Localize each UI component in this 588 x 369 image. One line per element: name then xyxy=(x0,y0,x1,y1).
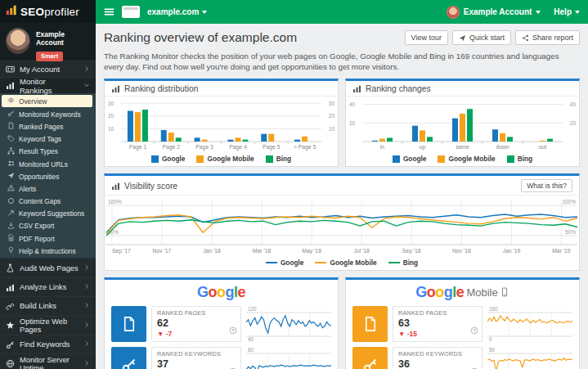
sitemap-icon xyxy=(7,147,15,155)
bar-chart-icon xyxy=(6,81,15,90)
question-circle-icon[interactable]: ? xyxy=(470,364,478,369)
submenu-item-monitored-urls[interactable]: Monitored URLs xyxy=(0,158,96,170)
google-mobile-logo: GoogleMobile xyxy=(346,280,579,301)
phone-icon xyxy=(500,287,509,297)
sidebar-item-my-account[interactable]: My Account xyxy=(0,61,96,77)
submenu-item-result-types[interactable]: Result Types xyxy=(0,146,96,158)
submenu-item-help-instructions[interactable]: Help & Instructions xyxy=(0,245,96,257)
help-menu[interactable]: Help xyxy=(554,7,580,16)
legend-item: Google xyxy=(151,155,186,163)
submenu-item-label: PDF Report xyxy=(19,235,55,243)
topbar-account-menu[interactable]: Example Account xyxy=(447,6,541,19)
legend-item: Bing xyxy=(266,155,291,163)
sidebar-item-analyze-links[interactable]: Analyze Links xyxy=(0,277,96,296)
svg-text:100%: 100% xyxy=(108,199,122,205)
stat-card-row: RANKED PAGES62▼ -7?12040 xyxy=(111,306,331,342)
stat-card-row: RANKED KEYWORDS37▲ 1?6020 xyxy=(111,347,331,369)
chevron-right-icon xyxy=(83,322,90,328)
ranking-changes-panel: Ranking changes 20204040inupsamedownout … xyxy=(345,79,580,167)
sidebar-item-monitor-rankings[interactable]: Monitor Rankings xyxy=(0,77,96,93)
svg-text:50: 50 xyxy=(489,347,496,353)
visibility-score-panel: Visibility score What is this? Sep '17No… xyxy=(104,173,580,271)
logo-text: SEOprofiler xyxy=(20,6,79,18)
star-icon xyxy=(6,321,15,330)
sidebar-item-monitor-server-uptime[interactable]: Monitor Server Uptime xyxy=(0,353,96,369)
view-tour-button[interactable]: View tour xyxy=(405,30,448,45)
sidebar-item-optimize-web-pages[interactable]: Optimize Web Pages xyxy=(0,316,96,335)
svg-text:Page 2: Page 2 xyxy=(162,144,180,151)
legend-item: Google Mobile xyxy=(438,155,495,163)
question-circle-icon[interactable]: ? xyxy=(470,323,478,338)
svg-text:10: 10 xyxy=(108,126,114,132)
sidebar-item-audit-web-pages[interactable]: Audit Web Pages xyxy=(0,258,96,277)
submenu-item-opportunities[interactable]: Opportunities xyxy=(0,170,96,182)
hamburger-menu-icon[interactable] xyxy=(104,7,114,17)
chevron-right-icon xyxy=(83,283,90,290)
stat-trend: ▼ -7 xyxy=(157,330,236,338)
stat-card: RANKED KEYWORDS37▲ 1? xyxy=(151,347,241,369)
paper-plane-icon xyxy=(7,172,15,179)
app-logo[interactable]: SEOprofiler xyxy=(0,0,96,23)
chevron-right-icon xyxy=(83,302,90,308)
account-avatar[interactable] xyxy=(6,28,30,54)
eye-icon xyxy=(7,97,15,104)
svg-text:?: ? xyxy=(473,328,475,333)
svg-text:out: out xyxy=(539,144,547,150)
google-mobile-panel: GoogleMobileRANKED PAGES63▼ -15?1600RANK… xyxy=(345,277,580,369)
submenu-item-alerts[interactable]: Alerts xyxy=(0,182,96,195)
submenu-item-keyword-tags[interactable]: Keyword Tags xyxy=(0,133,96,146)
submenu-item-overview[interactable]: Overview xyxy=(2,95,92,107)
submenu-item-ranked-pages[interactable]: Ranked Pages xyxy=(0,120,96,133)
bar-chart-icon xyxy=(111,84,120,93)
svg-text:60: 60 xyxy=(248,347,254,353)
bar-chart-icon xyxy=(352,84,361,93)
panel-title: Ranking changes xyxy=(366,84,431,93)
legend-item: Google Mobile xyxy=(196,155,254,163)
quick-start-button[interactable]: Quick start xyxy=(452,30,511,45)
download-icon xyxy=(7,222,15,229)
submenu-item-content-gaps[interactable]: Content Gaps xyxy=(0,196,96,208)
svg-text:down: down xyxy=(496,144,509,150)
site-selector[interactable]: example.com xyxy=(147,7,207,16)
chevron-right-icon xyxy=(83,340,90,347)
site-thumbnail[interactable] xyxy=(122,6,140,18)
stat-sparkline: 12040 xyxy=(246,306,331,342)
sidebar-item-label: Monitor Server Uptime xyxy=(20,356,79,369)
submenu-item-csv-export[interactable]: CSV Export xyxy=(0,220,96,232)
button-label: Quick start xyxy=(469,34,505,42)
share-report-button[interactable]: Share report xyxy=(515,30,580,45)
submenu-item-pdf-report[interactable]: PDF Report xyxy=(0,232,96,245)
what-is-this-button[interactable]: What is this? xyxy=(521,179,572,192)
svg-text:Jul '18: Jul '18 xyxy=(353,248,370,254)
link-icon xyxy=(6,302,15,311)
sidebar-item-label: Build Links xyxy=(20,302,56,310)
file-icon xyxy=(362,316,379,332)
sidebar-item-find-keywords[interactable]: Find Keywords xyxy=(0,335,96,353)
id-card-icon xyxy=(6,65,15,74)
stat-label: RANKED KEYWORDS xyxy=(398,350,477,358)
question-circle-icon[interactable]: ? xyxy=(229,364,237,369)
chart-legend: GoogleGoogle MobileBing xyxy=(105,154,338,166)
svg-text:May '18: May '18 xyxy=(302,248,321,254)
flask-icon xyxy=(6,263,15,272)
key-icon xyxy=(121,357,137,369)
question-circle-icon: ? xyxy=(229,326,237,335)
submenu-item-label: Result Types xyxy=(19,147,58,155)
sidebar-item-build-links[interactable]: Build Links xyxy=(0,296,96,315)
stat-label: RANKED PAGES xyxy=(398,309,477,317)
stat-value: 62 xyxy=(157,317,236,329)
stat-trend: ▼ -15 xyxy=(398,330,477,338)
submenu-item-keyword-suggestions[interactable]: Keyword Suggestions xyxy=(0,208,96,220)
stat-sparkline: 6020 xyxy=(246,347,331,369)
visibility-score-chart: Sep '17Nov '17Jan '18Mar '18May '18Jul '… xyxy=(105,196,579,258)
trend-arrow-icon xyxy=(7,209,15,217)
svg-text:Nov '17: Nov '17 xyxy=(153,248,172,254)
question-circle-icon[interactable]: ? xyxy=(229,323,237,338)
globe-icon xyxy=(6,359,15,368)
submenu-item-monitored-keywords[interactable]: Monitored Keywords xyxy=(0,108,96,120)
submenu-item-label: Help & Instructions xyxy=(19,247,76,255)
stat-value: 63 xyxy=(398,317,477,329)
share-icon xyxy=(522,34,529,42)
svg-text:20: 20 xyxy=(570,120,577,126)
account-name: Example Account xyxy=(36,30,90,47)
